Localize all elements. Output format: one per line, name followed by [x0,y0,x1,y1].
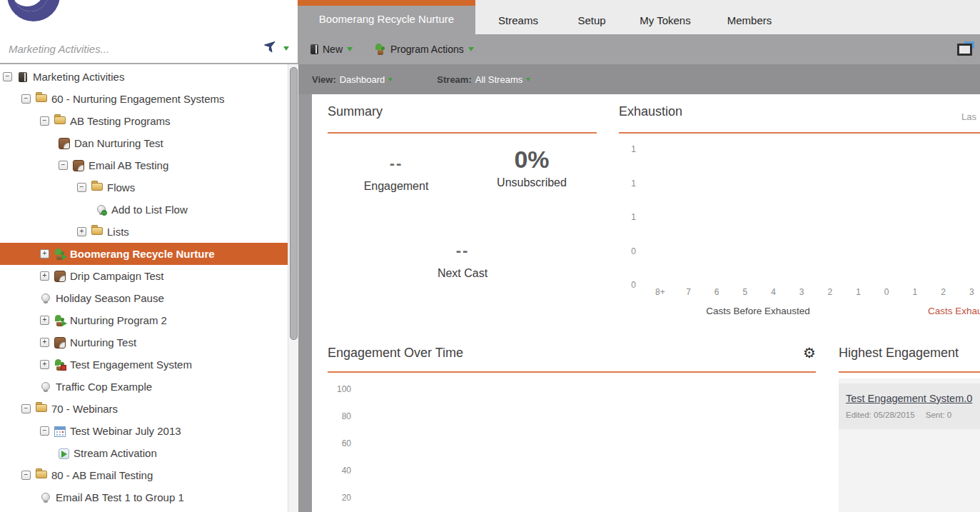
program-icon [59,138,70,149]
smart-campaign-bulb-icon [40,492,51,503]
summary-title: Summary [328,104,383,119]
exhaustion-title: Exhaustion [619,104,682,119]
tree-scrollbar-track[interactable] [288,64,298,512]
sidebar: Marketing Activities 60 - Nurturing Enga… [0,0,298,512]
engagement-over-time-title: Engagement Over Time [328,346,463,361]
tree-item-folder[interactable]: Flows [0,176,288,199]
highest-engagement-title: Highest Engagement [839,346,959,361]
collapse-toggle-icon[interactable] [59,161,68,170]
expand-toggle-icon[interactable] [40,360,49,369]
tree-item-event-program[interactable]: Test Webinar July 2013 [0,420,288,442]
view-bar: View: Dashboard Stream: All Streams [298,64,980,94]
tree-item-folder[interactable]: 80 - AB Email Testing [0,464,288,486]
casts-exhausted-label: Casts Exhaus [928,306,980,316]
tab-streams[interactable]: Streams [475,14,561,26]
tree-item-program[interactable]: Email AB Testing [0,154,288,176]
folder-icon [91,183,103,194]
filter-funnel-icon[interactable] [263,41,278,55]
dashboard: Summary -- Engagement 0% Unsubscribed --… [312,94,980,512]
engagement-stat: -- Engagement [335,154,457,193]
summary-underline [328,132,597,134]
gear-icon[interactable]: ⚙ [803,344,816,361]
folder-icon [36,471,47,482]
tree-item-nurture-program[interactable]: Test Engagement System [0,353,288,376]
program-actions-plant-icon [375,44,386,55]
marketing-activities-tree: Marketing Activities 60 - Nurturing Enga… [0,66,288,508]
program-actions-button[interactable]: Program Actions [375,34,474,64]
tree-item-stream-activation[interactable]: Stream Activation [0,442,288,464]
folder-icon [91,227,103,239]
main-content: Boomerang Recycle Nurture Streams Setup … [298,0,980,512]
view-dropdown-arrow-icon [388,78,393,81]
tree-scrollbar-thumb[interactable] [290,67,298,340]
nurture-program-icon [54,315,66,326]
collapse-toggle-icon[interactable] [40,116,49,126]
app-logo-icon [7,0,60,21]
tree-item-program[interactable]: Drip Campaign Test [0,265,288,287]
folder-icon [36,404,47,416]
collapse-toggle-icon[interactable] [40,426,49,436]
tab-boomerang-recycle-nurture[interactable]: Boomerang Recycle Nurture [298,0,475,34]
tree-item-folder[interactable]: 60 - Nurturing Engagement Systems [0,88,288,110]
highest-engagement-list-item[interactable]: Test Engagement System.0 Edited: 05/28/2… [839,383,980,429]
new-button[interactable]: New [310,34,353,64]
highest-engagement-underline [839,371,980,373]
exhaustion-x-axis: 8+ 7 6 5 4 3 2 1 0 1 2 3 [646,287,980,297]
search-bar [0,34,298,64]
tree-item-marketing-activities[interactable]: Marketing Activities [0,66,288,88]
program-icon [54,271,66,282]
nurture-program-red-icon [54,359,66,371]
smart-campaign-check-icon [96,204,107,216]
exhaustion-x-axis-label: Casts Before Exhausted [651,306,865,316]
program-actions-dropdown-arrow-icon [468,47,474,51]
tree-item-smart-campaign[interactable]: Add to List Flow [0,199,288,221]
tree-item-nurture-program[interactable]: Nurturing Program 2 [0,309,288,331]
smart-campaign-bulb-icon [40,381,51,393]
engagement-item-meta: Edited: 05/28/2015 Sent: 0 [846,411,980,419]
stream-selector[interactable]: Stream: All Streams [437,74,530,85]
exhaustion-underline [619,132,980,134]
tree-item-folder[interactable]: AB Testing Programs [0,110,288,132]
tree-item-program[interactable]: Dan Nurturing Test [0,132,288,154]
folder-icon [36,94,47,106]
tab-members[interactable]: Members [708,14,791,26]
collapse-toggle-icon[interactable] [21,471,31,480]
tree-item-smart-campaign[interactable]: Holiday Season Pause [0,287,288,309]
search-input[interactable] [7,39,246,59]
tree-item-folder[interactable]: 70 - Webinars [0,398,288,420]
toolbar: New Program Actions [298,34,980,64]
new-notebook-icon [310,44,318,54]
tree-item-smart-campaign[interactable]: Email AB Test 1 to Group 1 [0,486,288,508]
calendar-icon [54,426,66,437]
collapse-toggle-icon[interactable] [3,72,12,81]
collapse-toggle-icon[interactable] [21,94,31,104]
tab-my-tokens[interactable]: My Tokens [622,14,708,26]
expand-toggle-icon[interactable] [40,338,49,347]
search-dropdown-arrow-icon[interactable] [283,46,289,51]
program-icon [73,160,84,171]
engagement-y-axis: 100 80 60 40 20 [323,384,351,503]
nurture-program-icon [54,249,66,260]
engagement-over-time-underline [328,371,816,373]
next-cast-stat: -- Next Cast [402,241,523,280]
collapse-toggle-icon[interactable] [21,404,31,413]
tree-item-folder[interactable]: Lists [0,221,288,243]
tree-item-smart-campaign[interactable]: Traffic Cop Example [0,376,288,398]
engagement-item-link[interactable]: Test Engagement System.0 [846,393,972,404]
workspace-books-icon [19,72,27,82]
open-window-icon[interactable] [957,41,974,56]
tree-item-boomerang-recycle-nurture[interactable]: Boomerang Recycle Nurture [0,243,288,265]
new-dropdown-arrow-icon [347,47,353,51]
smart-campaign-bulb-icon [40,293,51,304]
collapse-toggle-icon[interactable] [77,183,86,192]
stream-activation-icon [59,448,69,459]
exhaustion-y-axis: 1 1 1 0 0 [615,144,636,290]
expand-toggle-icon[interactable] [40,316,49,325]
expand-toggle-icon[interactable] [40,249,49,258]
expand-toggle-icon[interactable] [77,227,86,236]
view-selector[interactable]: View: Dashboard [312,74,393,85]
tree-item-program[interactable]: Nurturing Test [0,331,288,353]
stream-dropdown-arrow-icon [526,78,530,81]
tab-setup[interactable]: Setup [561,14,622,26]
expand-toggle-icon[interactable] [40,271,49,281]
